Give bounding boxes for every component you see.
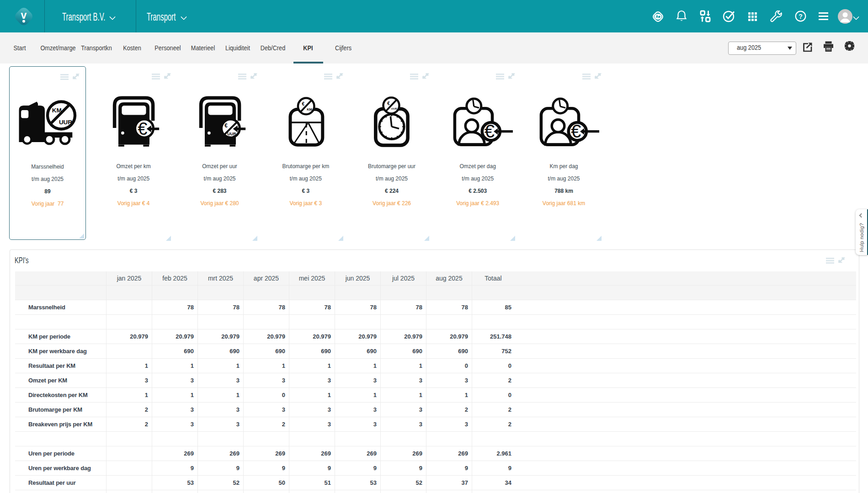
svg-text:€: € (224, 122, 228, 129)
svg-text:€: € (302, 101, 304, 106)
svg-text:€: € (138, 119, 147, 138)
svg-text:€: € (485, 121, 495, 141)
svg-text:€: € (570, 121, 580, 141)
svg-text:UUR: UUR (391, 107, 398, 110)
svg-text:€: € (387, 101, 390, 106)
svg-text:?: ? (799, 13, 803, 20)
svg-text:UUR: UUR (59, 119, 72, 126)
svg-text:v: v (21, 9, 27, 21)
svg-text:KM: KM (52, 107, 62, 114)
svg-text:UUR: UUR (227, 132, 236, 136)
svg-text:KM: KM (307, 107, 312, 111)
